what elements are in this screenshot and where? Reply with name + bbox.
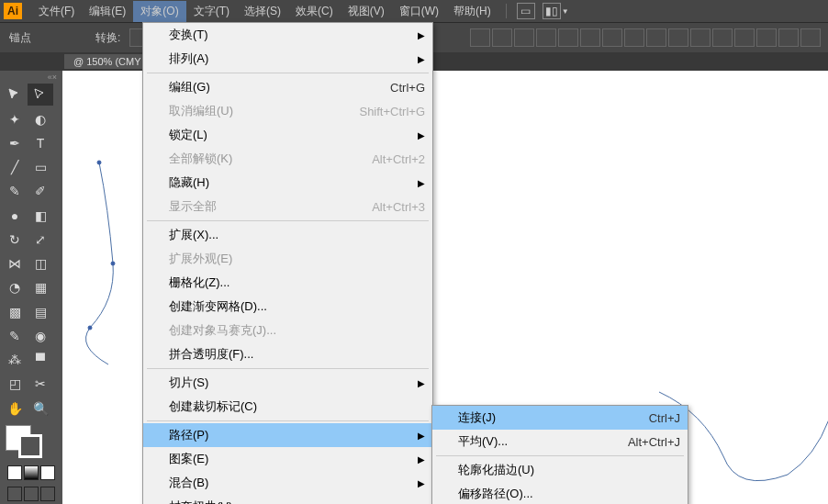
menu-item[interactable]: 混合(B)▶ — [143, 471, 432, 495]
menu-item[interactable]: 排列(A)▶ — [143, 47, 432, 71]
perspective-tool[interactable]: ▦ — [28, 276, 53, 298]
symbol-sprayer-tool[interactable]: ⁂ — [2, 349, 28, 371]
scale-tool[interactable]: ⤢ — [28, 229, 53, 251]
rectangle-tool[interactable]: ▭ — [28, 156, 53, 178]
slice-tool[interactable]: ✂ — [28, 373, 53, 395]
align-icon[interactable] — [470, 28, 490, 47]
menu-item[interactable]: 平均(V)...Alt+Ctrl+J — [432, 430, 688, 454]
paintbrush-tool[interactable]: ✎ — [2, 180, 28, 202]
menu-item-label: 路径(P) — [169, 427, 208, 443]
direct-selection-tool[interactable] — [28, 84, 53, 106]
menu-item[interactable]: 切片(S)▶ — [143, 371, 432, 395]
screen-mode-icon[interactable] — [40, 487, 55, 501]
blob-brush-tool[interactable]: ● — [2, 205, 28, 227]
gradient-tool[interactable]: ▤ — [28, 301, 53, 323]
line-tool[interactable]: ╱ — [2, 156, 28, 178]
menu-视图[interactable]: 视图(V) — [341, 1, 392, 22]
menu-separator — [436, 455, 684, 456]
magic-wand-tool[interactable]: ✦ — [2, 108, 28, 130]
gradient-mode-icon[interactable] — [24, 465, 39, 480]
shape-builder-tool[interactable]: ◔ — [2, 276, 28, 298]
submenu-arrow-icon: ▶ — [418, 30, 425, 40]
dropdown-arrow-icon: ▼ — [562, 7, 569, 16]
menu-文件[interactable]: 文件(F) — [31, 1, 82, 22]
blend-tool[interactable]: ◉ — [28, 325, 53, 347]
align-icon[interactable] — [690, 28, 711, 47]
hand-tool[interactable]: ✋ — [2, 398, 28, 420]
menu-文字[interactable]: 文字(T) — [186, 1, 237, 22]
panel-close-icon[interactable]: × — [52, 73, 57, 82]
align-icon[interactable] — [778, 28, 799, 47]
pencil-tool[interactable]: ✐ — [28, 180, 53, 202]
align-icon[interactable] — [580, 28, 600, 47]
color-swatches[interactable] — [6, 425, 42, 458]
mesh-tool[interactable]: ▩ — [2, 301, 28, 323]
width-tool[interactable]: ⋈ — [2, 252, 28, 274]
align-icon[interactable] — [492, 28, 512, 47]
align-icon[interactable] — [536, 28, 556, 47]
selection-tool[interactable] — [2, 84, 28, 106]
align-icon[interactable] — [712, 28, 733, 47]
menu-选择[interactable]: 选择(S) — [237, 1, 288, 22]
menu-shortcut: Ctrl+J — [649, 411, 680, 425]
screen-mode-icon[interactable] — [7, 487, 22, 501]
type-tool[interactable]: T — [28, 132, 53, 154]
menu-编辑[interactable]: 编辑(E) — [82, 1, 133, 22]
document-tab[interactable]: @ 150% (CMY — [64, 54, 151, 69]
menu-item[interactable]: 创建渐变网格(D)... — [143, 295, 432, 319]
menu-item-label: 排列(A) — [169, 50, 208, 67]
menu-item[interactable]: 锁定(L)▶ — [143, 123, 432, 147]
none-mode-icon[interactable] — [40, 465, 55, 480]
menu-item[interactable]: 扩展(X)... — [143, 223, 432, 247]
align-icon[interactable] — [668, 28, 688, 47]
menu-对象[interactable]: 对象(O) — [133, 1, 185, 22]
stroke-swatch[interactable] — [18, 434, 42, 458]
submenu-arrow-icon: ▶ — [418, 378, 425, 388]
menu-item: 显示全部Alt+Ctrl+3 — [143, 195, 432, 218]
pen-tool[interactable]: ✒ — [2, 132, 28, 154]
align-icon[interactable] — [756, 28, 777, 47]
artboard-tool[interactable]: ◰ — [2, 373, 28, 395]
menu-item[interactable]: 连接(J)Ctrl+J — [432, 406, 688, 430]
menu-item[interactable]: 栅格化(Z)... — [143, 271, 432, 295]
graph-tool[interactable]: ▀ — [28, 349, 53, 371]
menu-item[interactable]: 轮廓化描边(U) — [432, 458, 688, 482]
menu-item[interactable]: 偏移路径(O)... — [432, 482, 688, 504]
tool-palette: «× ✦ ◐ ✒ T ╱ ▭ ✎ ✐ ● ◧ ↻ ⤢ ⋈ ◫ ◔ ▦ ▩ ▤ ✎… — [0, 71, 62, 504]
menu-效果[interactable]: 效果(C) — [288, 1, 341, 22]
rotate-tool[interactable]: ↻ — [2, 229, 28, 251]
menu-item-label: 图案(E) — [169, 451, 208, 467]
lasso-tool[interactable]: ◐ — [28, 108, 53, 130]
menu-帮助[interactable]: 帮助(H) — [446, 1, 498, 22]
eraser-tool[interactable]: ◧ — [28, 205, 53, 227]
align-icon[interactable] — [734, 28, 755, 47]
eyedropper-tool[interactable]: ✎ — [2, 325, 28, 347]
menu-item[interactable]: 编组(G)Ctrl+G — [143, 75, 432, 99]
zoom-tool[interactable]: 🔍 — [28, 398, 53, 420]
menu-item[interactable]: 变换(T)▶ — [143, 23, 432, 47]
menu-窗口[interactable]: 窗口(W) — [392, 1, 446, 22]
menu-item-label: 平均(V)... — [458, 433, 508, 450]
align-icon[interactable] — [558, 28, 578, 47]
align-icon[interactable] — [602, 28, 622, 47]
align-icon[interactable] — [646, 28, 666, 47]
screen-mode-icon[interactable] — [24, 487, 39, 501]
free-transform-tool[interactable]: ◫ — [28, 252, 53, 274]
menu-item-label: 创建对象马赛克(J)... — [169, 322, 276, 339]
svg-point-2 — [88, 326, 92, 330]
menu-item-label: 封套扭曲(V) — [169, 498, 232, 504]
menu-item[interactable]: 隐藏(H)▶ — [143, 171, 432, 195]
align-icon[interactable] — [800, 28, 821, 47]
color-mode-icon[interactable] — [7, 465, 22, 480]
menu-item[interactable]: 路径(P)▶ — [143, 423, 432, 447]
menu-shortcut: Shift+Ctrl+G — [359, 105, 425, 118]
menu-item[interactable]: 创建裁切标记(C) — [143, 395, 432, 419]
layout-icon[interactable]: ▭ — [517, 3, 535, 19]
arrange-icon[interactable]: ▮▯ — [543, 3, 561, 19]
menu-item[interactable]: 封套扭曲(V)▶ — [143, 495, 432, 504]
align-icon[interactable] — [514, 28, 534, 47]
align-icon[interactable] — [624, 28, 644, 47]
menu-item[interactable]: 拼合透明度(F)... — [143, 342, 432, 366]
submenu-arrow-icon: ▶ — [418, 130, 425, 140]
menu-item[interactable]: 图案(E)▶ — [143, 447, 432, 471]
